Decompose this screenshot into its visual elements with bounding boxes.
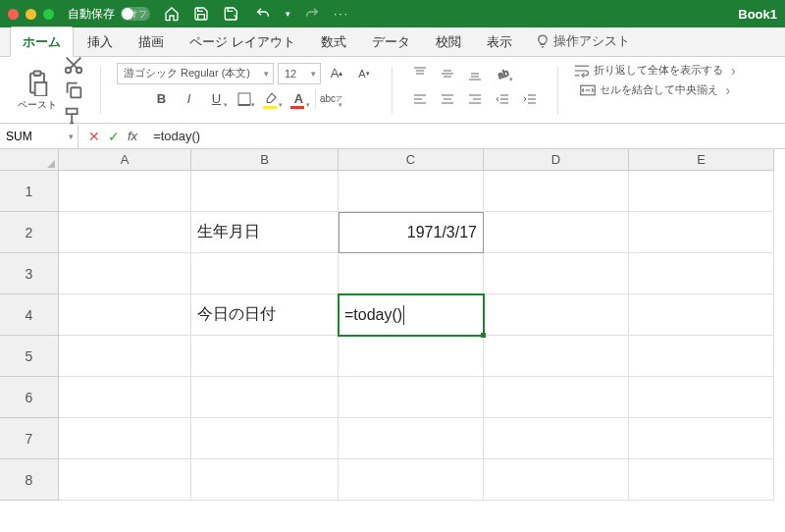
fill-color-button[interactable] <box>260 88 284 110</box>
fx-icon[interactable]: fx <box>128 129 137 143</box>
cell[interactable] <box>191 418 339 459</box>
undo-dropdown-icon[interactable]: ▾ <box>286 9 290 19</box>
column-header[interactable]: B <box>191 149 339 171</box>
cell[interactable] <box>59 336 191 377</box>
cell-active[interactable]: =today() <box>339 294 484 336</box>
cell[interactable] <box>59 171 191 212</box>
tab-formulas[interactable]: 数式 <box>309 27 358 56</box>
cell[interactable] <box>484 336 629 377</box>
cell[interactable] <box>339 171 484 212</box>
cell[interactable] <box>484 294 629 336</box>
column-header[interactable]: A <box>59 149 191 171</box>
row-header[interactable]: 4 <box>0 294 59 336</box>
cancel-formula-icon[interactable]: ✕ <box>88 129 100 144</box>
tab-page-layout[interactable]: ページ レイアウト <box>178 27 307 56</box>
cell[interactable] <box>484 377 629 418</box>
align-middle-icon[interactable] <box>436 63 459 84</box>
row-header[interactable]: 3 <box>0 253 59 294</box>
redo-icon[interactable] <box>304 6 320 22</box>
autosave-switch[interactable]: オフ <box>121 7 150 21</box>
align-right-icon[interactable] <box>463 88 487 110</box>
autosave-toggle[interactable]: 自動保存 オフ <box>68 6 150 23</box>
wrap-text-button[interactable]: 折り返して全体を表示する › <box>574 63 740 79</box>
cell[interactable] <box>339 336 484 377</box>
font-size-select[interactable]: 12 <box>278 63 321 84</box>
cell[interactable] <box>191 377 339 418</box>
increase-font-icon[interactable]: A▴ <box>325 63 348 84</box>
font-color-button[interactable]: A <box>288 88 311 110</box>
close-window-icon[interactable] <box>8 9 19 20</box>
cell[interactable] <box>484 212 629 253</box>
cell[interactable] <box>629 377 774 418</box>
name-box[interactable]: SUM <box>0 125 78 148</box>
cell[interactable] <box>59 377 191 418</box>
cell[interactable] <box>59 459 191 501</box>
underline-button[interactable]: U <box>205 88 229 110</box>
tell-me[interactable]: 操作アシスト <box>526 27 640 56</box>
cell[interactable]: 今日の日付 <box>191 294 339 336</box>
cell[interactable] <box>191 336 339 377</box>
more-commands-icon[interactable]: ··· <box>334 7 349 21</box>
format-painter-icon[interactable] <box>63 105 84 127</box>
cell[interactable] <box>629 459 774 501</box>
row-header[interactable]: 1 <box>0 171 59 212</box>
cell[interactable] <box>59 212 191 253</box>
align-center-icon[interactable] <box>436 88 459 110</box>
merge-center-button[interactable]: セルを結合して中央揃え › <box>580 82 735 98</box>
bold-button[interactable]: B <box>150 88 174 110</box>
formula-input[interactable]: =today() <box>147 129 785 143</box>
decrease-indent-icon[interactable] <box>491 88 514 110</box>
tab-view[interactable]: 表示 <box>475 27 524 56</box>
save-icon[interactable] <box>193 6 209 22</box>
cell[interactable] <box>629 171 774 212</box>
phonetic-button[interactable]: abcア <box>320 88 343 110</box>
cell[interactable] <box>629 212 774 253</box>
border-button[interactable] <box>233 88 256 110</box>
italic-button[interactable]: I <box>178 88 201 110</box>
cell[interactable] <box>629 336 774 377</box>
cell[interactable] <box>484 459 629 501</box>
cell[interactable] <box>191 171 339 212</box>
cell[interactable] <box>59 418 191 459</box>
cell[interactable] <box>59 294 191 336</box>
fill-handle[interactable] <box>481 333 486 338</box>
increase-indent-icon[interactable] <box>518 88 542 110</box>
cell[interactable] <box>629 294 774 336</box>
cell[interactable] <box>339 418 484 459</box>
tab-insert[interactable]: 挿入 <box>76 27 125 56</box>
decrease-font-icon[interactable]: A▾ <box>352 63 376 84</box>
row-header[interactable]: 5 <box>0 336 59 377</box>
paste-button[interactable]: ペースト <box>18 69 57 112</box>
align-top-icon[interactable] <box>408 63 432 84</box>
cell[interactable] <box>629 253 774 294</box>
row-header[interactable]: 7 <box>0 418 59 459</box>
minimize-window-icon[interactable] <box>26 9 36 20</box>
tab-home[interactable]: ホーム <box>10 27 74 57</box>
cell[interactable] <box>484 171 629 212</box>
cell[interactable] <box>191 253 339 294</box>
column-header[interactable]: D <box>484 149 629 171</box>
cell[interactable] <box>339 377 484 418</box>
tab-data[interactable]: データ <box>360 27 422 56</box>
cell[interactable] <box>484 418 629 459</box>
maximize-window-icon[interactable] <box>43 9 54 20</box>
cell[interactable] <box>629 418 774 459</box>
cell[interactable]: 1971/3/17 <box>339 212 484 253</box>
align-left-icon[interactable] <box>408 88 432 110</box>
cell[interactable] <box>59 253 191 294</box>
column-header[interactable]: E <box>629 149 774 171</box>
undo-icon[interactable] <box>254 6 272 22</box>
select-all-corner[interactable] <box>0 149 59 171</box>
cell[interactable] <box>339 253 484 294</box>
tab-review[interactable]: 校閲 <box>424 27 473 56</box>
align-bottom-icon[interactable] <box>463 63 487 84</box>
font-name-select[interactable]: 游ゴシック Regular (本文) <box>117 63 274 84</box>
row-header[interactable]: 8 <box>0 459 59 501</box>
column-header[interactable]: C <box>339 149 484 171</box>
confirm-formula-icon[interactable]: ✓ <box>108 129 120 144</box>
cell[interactable]: 生年月日 <box>191 212 339 253</box>
copy-icon[interactable] <box>63 80 84 101</box>
tab-draw[interactable]: 描画 <box>127 27 176 56</box>
row-header[interactable]: 6 <box>0 377 59 418</box>
cell[interactable] <box>484 253 629 294</box>
